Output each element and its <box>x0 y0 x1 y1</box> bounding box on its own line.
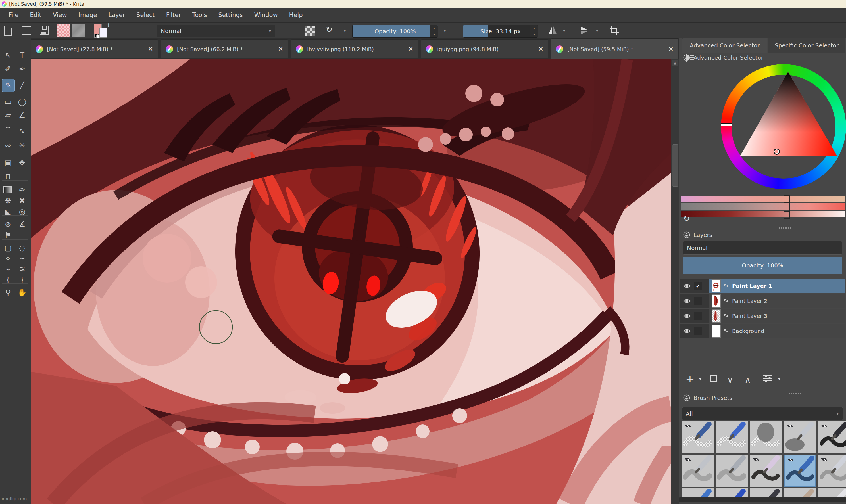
color-history-strip-2[interactable] <box>681 203 845 210</box>
close-icon[interactable]: ✕ <box>538 46 544 53</box>
brush-preset-pen-white[interactable] <box>818 488 846 497</box>
tab-specific-color-selector[interactable]: Specific Color Selector <box>768 38 845 53</box>
brush-preset-stylus-pen-2[interactable] <box>716 455 748 487</box>
layer-row-background[interactable]: Background <box>681 324 845 338</box>
canvas-vertical-scrollbar[interactable]: ▲ <box>671 59 679 504</box>
tab-advanced-color-selector[interactable]: Advanced Color Selector <box>682 38 767 53</box>
mirror-horizontal-button[interactable] <box>580 25 590 36</box>
rectangle-tool[interactable]: ▭ <box>2 95 14 108</box>
strip-handle-3[interactable] <box>784 210 790 219</box>
close-icon[interactable]: ✕ <box>408 46 413 53</box>
color-history-strip-3[interactable] <box>681 211 845 217</box>
polygon-tool[interactable]: ▱ <box>2 109 14 121</box>
visibility-eye-icon[interactable] <box>683 313 691 319</box>
open-document-button[interactable] <box>22 25 31 35</box>
brush-preset-pencil-blue[interactable] <box>682 488 714 497</box>
canvas[interactable] <box>31 59 671 504</box>
refresh-colors-icon[interactable]: ↻ <box>683 214 690 223</box>
brush-preset-wet-paint-brush[interactable] <box>784 455 816 487</box>
layer-body[interactable]: Paint Layer 2 <box>709 294 845 308</box>
menu-edit[interactable]: Edit <box>24 12 47 18</box>
new-document-button[interactable] <box>4 25 12 36</box>
foreground-background-colors[interactable]: ⇅ <box>94 23 111 37</box>
docker-drag-handle[interactable] <box>779 228 791 229</box>
brush-preset-fountain-pen[interactable] <box>750 455 782 487</box>
layer-body[interactable]: Paint Layer 1 <box>709 279 845 293</box>
brush-preset-detail-brush[interactable] <box>818 455 846 487</box>
layer-blend-mode-dropdown[interactable]: Normal <box>683 241 842 255</box>
brush-preset-stylus-pen-1[interactable] <box>682 455 714 487</box>
brush-preset-eraser-soft[interactable] <box>750 421 782 453</box>
layer-opacity-slider[interactable]: Opacity: 100% <box>683 257 842 274</box>
size-spinner[interactable]: ▴▾ <box>530 25 538 37</box>
pointer-select-tool[interactable]: ↖ <box>2 49 14 61</box>
layer-checkbox[interactable] <box>694 312 702 320</box>
layer-checkbox[interactable]: ✔ <box>694 282 702 290</box>
transform-tool[interactable]: ▣ <box>2 157 14 169</box>
pan-tool[interactable]: ✋ <box>16 286 29 299</box>
enclose-fill-tool[interactable]: ◎ <box>16 205 29 218</box>
preserve-alpha-button[interactable] <box>304 25 315 36</box>
close-icon[interactable]: ✕ <box>148 46 153 53</box>
reload-preset-button[interactable]: ↻ <box>326 25 332 34</box>
layer-properties-button[interactable] <box>763 373 772 382</box>
ellipse-tool[interactable]: ◯ <box>16 95 29 108</box>
opacity-dropdown-arrow[interactable]: ▾ <box>444 28 446 33</box>
scroll-up-icon[interactable]: ▲ <box>672 60 678 66</box>
duplicate-layer-button[interactable] <box>710 373 717 382</box>
visibility-eye-icon[interactable] <box>683 283 691 289</box>
menu-help[interactable]: Help <box>283 12 309 18</box>
move-layer-down-button[interactable]: ∨ <box>727 375 733 385</box>
color-history-strip-1[interactable] <box>681 196 845 202</box>
layer-properties-dropdown[interactable]: ▾ <box>778 377 780 382</box>
magnetic-curve-select-tool[interactable]: } <box>16 273 29 286</box>
layer-checkbox[interactable] <box>694 297 702 305</box>
save-document-button[interactable] <box>40 25 49 35</box>
close-icon[interactable]: ✕ <box>278 46 283 53</box>
pattern-chooser[interactable] <box>72 24 85 37</box>
brush-preset-pencil-tan[interactable] <box>784 488 816 497</box>
menu-window[interactable]: Window <box>249 12 283 18</box>
layer-body[interactable]: Paint Layer 3 <box>709 309 845 323</box>
document-tab-1[interactable]: [Not Saved] (27.8 MiB) *✕ <box>31 39 158 58</box>
gradient-chooser[interactable] <box>57 24 70 37</box>
text-tool[interactable]: T <box>16 49 29 61</box>
opacity-spinner[interactable]: ▴▾ <box>430 25 438 37</box>
polyline-tool[interactable]: ∠ <box>16 109 29 121</box>
layer-body[interactable]: Background <box>709 324 845 338</box>
brush-preset-eraser-pen[interactable] <box>716 421 748 453</box>
swap-colors-icon[interactable]: ⇅ <box>106 22 110 28</box>
zoom-tool[interactable]: ⚲ <box>2 286 14 299</box>
move-layer-up-button[interactable]: ∧ <box>745 375 751 385</box>
line-tool[interactable]: ╱ <box>16 79 29 91</box>
scrollbar-thumb[interactable] <box>672 144 678 186</box>
freehand-brush-tool[interactable]: ✎ <box>2 79 15 92</box>
selector-settings-icon[interactable] <box>686 54 696 62</box>
multibrush-tool[interactable]: ✳ <box>16 139 29 151</box>
reload-dropdown-arrow[interactable]: ▾ <box>344 28 346 33</box>
add-layer-dropdown[interactable]: ▾ <box>699 377 701 382</box>
calligraphy-tool[interactable]: ✒ <box>16 62 29 75</box>
menu-select[interactable]: Select <box>131 12 160 18</box>
gradient-tool[interactable] <box>2 183 14 196</box>
menu-layer[interactable]: Layer <box>103 12 131 18</box>
layer-row-paint-layer-1[interactable]: ✔Paint Layer 1 <box>681 279 845 293</box>
menu-file[interactable]: File <box>3 12 24 18</box>
document-tab-2[interactable]: [Not Saved] (66.2 MiB) *✕ <box>161 39 288 58</box>
mirror-vertical-button[interactable] <box>548 25 558 36</box>
move-tool[interactable]: ✥ <box>16 157 29 169</box>
freehand-path-tool[interactable]: ∿ <box>16 124 29 137</box>
crop-toolbar-icon[interactable] <box>609 25 620 36</box>
fill-tool[interactable]: ◣ <box>2 205 14 218</box>
document-tab-4[interactable]: iguiygg.png (94.8 MiB)✕ <box>421 39 548 58</box>
brush-preset-marker-dark[interactable] <box>750 488 782 497</box>
mirror-vertical-dropdown[interactable]: ▾ <box>563 28 565 33</box>
size-slider[interactable]: Size: 33.14 px ▴▾ <box>463 25 538 38</box>
add-layer-button[interactable]: + <box>686 373 694 385</box>
brush-preset-eraser-large[interactable] <box>682 421 714 453</box>
layer-row-paint-layer-2[interactable]: Paint Layer 2 <box>681 294 845 308</box>
blend-mode-dropdown[interactable]: Normal ▾ <box>157 25 275 37</box>
lock-icon[interactable] <box>683 394 690 401</box>
brush-preset-airbrush-soft[interactable] <box>784 421 816 453</box>
color-marker[interactable] <box>774 148 780 155</box>
